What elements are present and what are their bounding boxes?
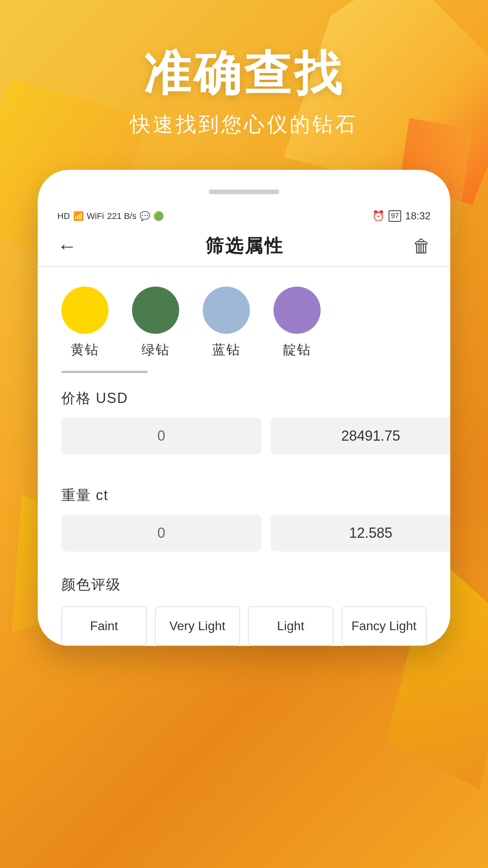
status-wechat-icon: 🟢 [153,211,164,221]
phone-mockup: HD 📶 WiFi 221 B/s 💬 🟢 ⏰ 97 18:32 ← 筛选属性 … [38,170,450,646]
status-bar: HD 📶 WiFi 221 B/s 💬 🟢 ⏰ 97 18:32 [38,210,450,222]
page-title: 筛选属性 [205,234,284,258]
nav-bar: ← 筛选属性 🗑 [38,226,450,267]
price-section: 价格 USD [38,373,450,470]
price-inputs [61,417,427,454]
phone-handle [209,189,279,194]
status-wifi: WiFi [87,211,104,221]
diamond-circle-green [132,287,179,334]
color-grade-faint[interactable]: Faint [61,606,147,646]
diamond-circle-yellow [61,287,108,334]
alarm-icon: ⏰ [372,210,385,222]
diamond-label-blue: 蓝钻 [212,341,240,359]
price-max-input[interactable] [271,417,450,454]
color-grade-very-light[interactable]: Very Light [155,606,240,646]
battery-indicator: 97 [389,210,401,222]
diamond-types-list: 黄钻 绿钻 蓝钻 靛钻 [61,287,427,359]
weight-min-input[interactable] [61,515,261,552]
weight-inputs [61,515,427,552]
diamond-item-yellow[interactable]: 黄钻 [61,287,108,359]
diamond-item-purple[interactable]: 靛钻 [273,287,321,359]
weight-section: 重量 ct [38,470,450,567]
diamond-item-blue[interactable]: 蓝钻 [203,287,250,359]
trash-button[interactable]: 🗑 [413,235,431,257]
color-grade-light[interactable]: Light [248,606,334,646]
status-signal: 📶 [73,211,84,221]
diamond-circle-purple [273,287,321,334]
status-right: ⏰ 97 18:32 [372,210,431,222]
diamond-label-yellow: 黄钻 [71,341,99,359]
header-title: 准确查找 [0,47,488,99]
color-grade-fancy-light[interactable]: Fancy Light [341,606,427,646]
diamond-label-purple: 靛钻 [283,341,311,359]
header-section: 准确查找 快速找到您心仪的钻石 [0,0,488,138]
status-message-icon: 💬 [139,211,150,221]
status-speed: 221 B/s [107,211,137,221]
weight-max-input[interactable] [271,515,450,552]
color-grade-options: Faint Very Light Light Fancy Light [61,606,427,646]
color-grade-title: 颜色评级 [61,575,427,594]
status-left: HD 📶 WiFi 221 B/s 💬 🟢 [57,211,164,221]
back-button[interactable]: ← [57,235,77,257]
diamond-circle-blue [203,287,250,334]
status-network: HD [57,211,70,221]
header-subtitle: 快速找到您心仪的钻石 [0,111,488,138]
diamond-label-green: 绿钻 [141,341,170,359]
price-min-input[interactable] [61,417,261,454]
diamond-section: 黄钻 绿钻 蓝钻 靛钻 [38,267,450,373]
diamond-item-green[interactable]: 绿钻 [132,287,179,359]
color-grade-section: 颜色评级 Faint Very Light Light Fancy Light [38,567,450,646]
battery-level: 97 [391,212,399,220]
weight-title: 重量 ct [61,486,427,505]
price-title: 价格 USD [61,389,427,408]
clock-time: 18:32 [405,210,431,222]
